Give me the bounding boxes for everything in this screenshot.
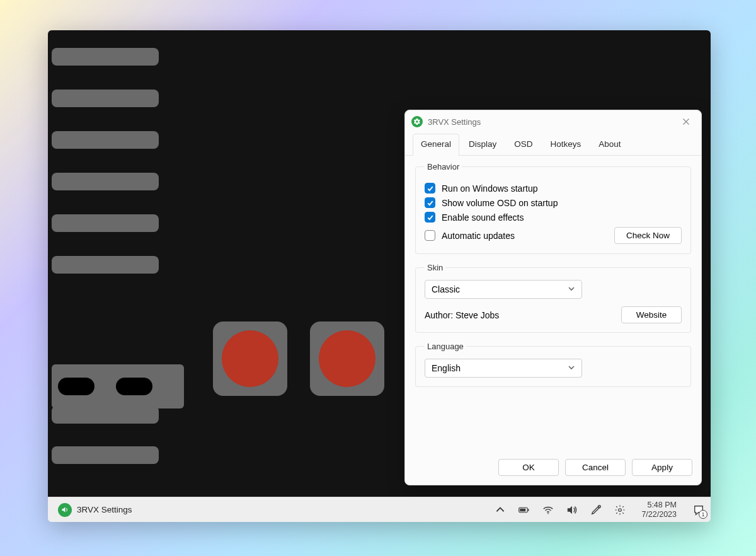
website-button[interactable]: Website: [621, 306, 682, 323]
settings-dialog: 3RVX Settings General Display OSD Hotkey…: [404, 110, 702, 485]
tab-about[interactable]: About: [590, 134, 629, 156]
group-behavior-legend: Behavior: [425, 162, 462, 171]
skin-select[interactable]: Classic: [425, 280, 582, 299]
taskbar-app-item[interactable]: 3RVX Settings: [53, 501, 137, 519]
group-skin: Skin Classic Author: Steve Jobs Website: [415, 263, 691, 333]
skin-author-label: Author: Steve Jobs: [425, 310, 499, 320]
svg-point-3: [547, 513, 549, 514]
taskbar: 3RVX Settings: [48, 497, 711, 522]
nes-lower-bars: [52, 383, 159, 487]
desktop-wallpaper: 3RVX Settings General Display OSD Hotkey…: [0, 0, 756, 556]
checkbox-icon: [425, 197, 435, 208]
svg-rect-1: [528, 509, 529, 511]
checkbox-enable-sound-effects[interactable]: Enable sound effects: [425, 212, 682, 223]
speaker-icon: [58, 503, 72, 517]
nes-vent-bars: [52, 48, 159, 298]
apply-button[interactable]: Apply: [632, 459, 692, 476]
group-behavior: Behavior Run on Windows startup Show vol…: [415, 162, 691, 254]
tab-panel-general: Behavior Run on Windows startup Show vol…: [405, 156, 701, 453]
tab-osd[interactable]: OSD: [506, 134, 541, 156]
group-language-legend: Language: [425, 342, 466, 351]
tab-hotkeys[interactable]: Hotkeys: [542, 134, 590, 156]
dialog-titlebar[interactable]: 3RVX Settings: [405, 110, 701, 133]
tab-display[interactable]: Display: [461, 134, 505, 156]
close-button[interactable]: [677, 113, 695, 130]
wifi-icon[interactable]: [542, 504, 554, 516]
group-skin-legend: Skin: [425, 263, 445, 272]
checkbox-label: Show volume OSD on startup: [442, 198, 558, 208]
checkbox-run-on-startup[interactable]: Run on Windows startup: [425, 183, 682, 194]
app-window: 3RVX Settings General Display OSD Hotkey…: [48, 30, 711, 522]
clock-time: 5:48 PM: [641, 501, 677, 510]
taskbar-app-label: 3RVX Settings: [77, 505, 132, 514]
checkbox-icon: [425, 212, 435, 223]
nes-button-a: [213, 321, 287, 396]
dialog-title: 3RVX Settings: [428, 117, 672, 127]
svg-point-5: [619, 508, 622, 511]
checkbox-label: Automatic updates: [442, 231, 515, 241]
pen-icon[interactable]: [590, 504, 602, 516]
language-select-value: English: [432, 363, 461, 373]
checkbox-icon: [425, 183, 435, 194]
language-select[interactable]: English: [425, 359, 582, 378]
tab-bar: General Display OSD Hotkeys About: [405, 133, 701, 156]
clock-date: 7/22/2023: [641, 510, 677, 519]
tray-overflow-icon[interactable]: [494, 504, 507, 516]
gear-icon[interactable]: [614, 504, 626, 516]
chevron-down-icon: [568, 284, 575, 294]
svg-rect-2: [520, 508, 526, 511]
checkbox-icon: [425, 230, 435, 241]
volume-icon[interactable]: [566, 504, 578, 516]
checkbox-show-volume-osd[interactable]: Show volume OSD on startup: [425, 197, 682, 208]
checkbox-automatic-updates[interactable]: Automatic updates: [425, 230, 515, 241]
app-gear-icon: [411, 116, 423, 127]
cancel-button[interactable]: Cancel: [565, 459, 626, 476]
dialog-footer: OK Cancel Apply: [405, 453, 701, 485]
ok-button[interactable]: OK: [498, 459, 559, 476]
checkbox-label: Run on Windows startup: [442, 183, 538, 194]
notification-center-icon[interactable]: 1: [692, 503, 706, 517]
taskbar-clock[interactable]: 5:48 PM 7/22/2023: [638, 501, 680, 519]
group-language: Language English: [415, 342, 691, 387]
battery-icon[interactable]: [518, 504, 530, 516]
system-tray: 5:48 PM 7/22/2023 1: [494, 501, 706, 519]
nes-button-b: [310, 321, 384, 396]
chevron-down-icon: [568, 363, 575, 373]
tab-general[interactable]: General: [413, 134, 459, 156]
svg-point-4: [598, 505, 601, 507]
checkbox-label: Enable sound effects: [442, 212, 524, 223]
check-now-button[interactable]: Check Now: [614, 227, 682, 244]
notification-count-badge: 1: [699, 510, 707, 519]
skin-select-value: Classic: [432, 284, 460, 294]
